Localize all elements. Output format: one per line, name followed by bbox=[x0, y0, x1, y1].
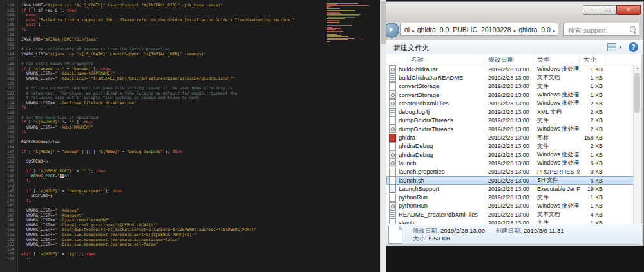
file-row[interactable]: buildGhidraJarREADME2019/2/28 13:00文本文档1… bbox=[386, 73, 634, 82]
code-line bbox=[21, 154, 325, 159]
line-number: 105 bbox=[0, 8, 17, 13]
file-icon bbox=[389, 185, 396, 193]
file-row[interactable]: convertStorage2019/2/28 13:00文件1 KB bbox=[386, 82, 634, 91]
code-line: # networked. Therefore, we will disable … bbox=[21, 91, 325, 96]
file-row[interactable]: ghidraDebug2019/2/28 13:00Windows 批处理...… bbox=[386, 150, 634, 159]
code-line: VMARG_LIST+=" -Xnoagent" bbox=[21, 213, 325, 218]
file-type: Windows 批处理... bbox=[533, 202, 580, 210]
file-row[interactable]: ghidra2019/2/28 13:00图标158 KB bbox=[386, 133, 634, 141]
code-line: VMARG_LIST+=" -Declipse.filelock.disable… bbox=[21, 100, 325, 105]
scroll-up-icon[interactable]: ▲ bbox=[634, 65, 641, 71]
file-row[interactable]: debug.log4j2019/2/28 13:00XML 文档2 KB bbox=[386, 107, 634, 116]
code-line: # Eclipse on macOS (Darwin) can have fil… bbox=[21, 86, 325, 91]
code-line: if [ "$(uname -s)" = "Darwin" ]; then bbox=[21, 66, 325, 71]
file-icon bbox=[389, 219, 396, 224]
file-row[interactable]: LaunchSupport2019/2/28 13:00Executable J… bbox=[386, 185, 634, 193]
created-date-value: 2019/3/6 11:31 bbox=[524, 227, 564, 234]
details-line-size: 大小: 5.53 KB bbox=[413, 235, 459, 243]
file-date: 2019/2/28 13:00 bbox=[484, 75, 533, 81]
code-line bbox=[21, 144, 325, 149]
line-number: 132 bbox=[0, 140, 17, 145]
file-date: 2019/2/28 13:00 bbox=[484, 100, 533, 107]
code-line bbox=[21, 110, 325, 115]
selected-file-icon bbox=[388, 226, 402, 244]
file-row[interactable]: dumpGhidraThreads2019/2/28 13:00文件2 KB bbox=[386, 116, 634, 125]
line-number: 143 bbox=[0, 193, 17, 198]
minimap-line bbox=[327, 5, 369, 6]
code-area[interactable]: JAVA_HOME="$(java -cp "${LS_CPATH}" Laun… bbox=[21, 3, 325, 261]
file-row[interactable]: launch.sh2019/2/28 13:00SH 文件6 KB bbox=[386, 176, 634, 185]
title-bar[interactable]: − □ × bbox=[366, 2, 643, 20]
file-row[interactable]: ghidraDebug2019/2/28 13:00文件2 KB bbox=[386, 142, 634, 150]
minimap-line bbox=[327, 8, 340, 9]
search-icon bbox=[630, 26, 636, 32]
file-row[interactable]: createPdbXmlFiles2019/2/28 13:00Windows … bbox=[386, 99, 634, 107]
minimize-button[interactable]: − bbox=[583, 5, 600, 15]
code-line: : bbox=[21, 257, 325, 262]
file-type: 文件 bbox=[533, 82, 580, 91]
code-line bbox=[21, 134, 325, 140]
code-line: JAVA_CMD="${JAVA_HOME}/bin/java" bbox=[21, 37, 325, 42]
list-scrollbar[interactable]: ▲ bbox=[633, 65, 641, 224]
column-header-type[interactable]: 类型 bbox=[533, 54, 580, 65]
breadcrumb[interactable]: ol▸ghidra_9.0_PUBLIC_20190228▸ghidra_9.0… bbox=[400, 23, 558, 36]
code-line: echo "Failed to find a supported JDK. Pl… bbox=[21, 17, 325, 23]
address-bar-row: ◀ ▶ ol▸ghidra_9.0_PUBLIC_20190228▸ghidra… bbox=[366, 20, 643, 39]
search-input[interactable] bbox=[567, 24, 629, 36]
code-line: if [ "${MODE}" = "debug" ] || [ "${MODE}… bbox=[21, 149, 325, 154]
new-folder-button[interactable]: 新建文件夹 bbox=[393, 43, 429, 53]
code-line: VMARG_LIST+=" -Djava.compiler=NONE" bbox=[21, 217, 325, 222]
code-line bbox=[21, 32, 325, 37]
file-row[interactable]: dumpGhidraThreads2019/2/28 13:00Windows … bbox=[386, 125, 634, 133]
file-row[interactable]: pythonRun2019/2/28 13:00文件1 KB bbox=[386, 193, 634, 201]
editor-scrollbar-thumb[interactable] bbox=[381, 1, 386, 44]
file-date: 2019/2/28 13:00 bbox=[484, 117, 533, 123]
file-date: 2019/2/28 13:00 bbox=[484, 143, 533, 149]
file-type: Executable Jar File bbox=[533, 186, 580, 192]
file-icon bbox=[389, 176, 396, 185]
file-size: 2 KB bbox=[580, 117, 605, 123]
line-number: 122 bbox=[0, 91, 17, 96]
file-icon bbox=[389, 125, 396, 133]
file-name: ghidraDebug bbox=[386, 142, 484, 150]
file-row[interactable]: launch2019/2/28 13:00Windows 批处理...6 KB bbox=[386, 159, 634, 167]
line-number: 153 bbox=[0, 242, 17, 247]
close-button[interactable]: × bbox=[616, 5, 641, 15]
file-name: buildGhidraJar bbox=[386, 65, 484, 73]
breadcrumb-segment[interactable]: ol bbox=[402, 26, 412, 33]
code-line: elif [ "${MODE}" = "fg" ]; then bbox=[21, 251, 325, 257]
file-row[interactable]: README_createPdbXmlFiles2019/2/28 13:00文… bbox=[386, 210, 634, 219]
file-row[interactable]: buildGhidraJar2019/2/28 13:00Windows 批处理… bbox=[386, 65, 634, 73]
file-type: Windows 批处理... bbox=[533, 159, 580, 167]
file-type: 文本文档 bbox=[533, 210, 580, 219]
column-header-date[interactable]: 修改日期 bbox=[484, 54, 533, 65]
file-size: 1 KB bbox=[580, 92, 605, 98]
scrollbar-thumb[interactable] bbox=[634, 73, 640, 113]
help-icon[interactable]: ? bbox=[629, 42, 638, 52]
minimap-line bbox=[327, 25, 352, 26]
file-date: 2019/2/28 13:00 bbox=[484, 134, 533, 141]
code-line: VMARG_LIST+=" -Dlog4j.configuration=\"${… bbox=[21, 222, 325, 228]
breadcrumb-segment[interactable]: ghidra_9.0 bbox=[516, 26, 553, 33]
maximize-button[interactable]: □ bbox=[600, 5, 617, 15]
editor-scrollbar[interactable] bbox=[380, 0, 386, 272]
file-row[interactable]: pythonRun2019/2/28 13:00Windows 批处理...1 … bbox=[386, 202, 634, 210]
file-row[interactable]: sleigh2019/2/28 13:00文件1 KB bbox=[386, 219, 634, 224]
breadcrumb-segments: ol▸ghidra_9.0_PUBLIC_20190228▸ghidra_9.0… bbox=[402, 26, 558, 33]
file-row[interactable]: launch.properties2019/2/28 13:00PROPERTI… bbox=[386, 168, 634, 176]
change-view-button[interactable]: ▾ bbox=[607, 43, 624, 53]
column-header-name[interactable]: 名称 bbox=[386, 54, 484, 65]
breadcrumb-segment[interactable]: ghidra_9.0_PUBLIC_20190228 bbox=[415, 26, 513, 33]
file-date: 2019/2/28 13:00 bbox=[484, 92, 533, 98]
line-number: 128 bbox=[0, 120, 17, 125]
column-header-size[interactable]: 大小 bbox=[580, 54, 605, 65]
file-size: 6 KB bbox=[580, 177, 605, 184]
created-date-label: 创建日期: bbox=[496, 227, 522, 234]
line-number: 136 bbox=[0, 159, 17, 164]
file-row[interactable]: convertStorage2019/2/28 13:00Windows 批处理… bbox=[386, 91, 634, 99]
file-type: Windows 批处理... bbox=[533, 65, 580, 73]
document-map[interactable] bbox=[327, 3, 373, 42]
code-line: # following line out if Eclipse file loc… bbox=[21, 95, 325, 100]
code-line: # Add extra macOS VM arguments bbox=[21, 61, 325, 66]
breadcrumb-segment[interactable]: support bbox=[556, 26, 558, 33]
